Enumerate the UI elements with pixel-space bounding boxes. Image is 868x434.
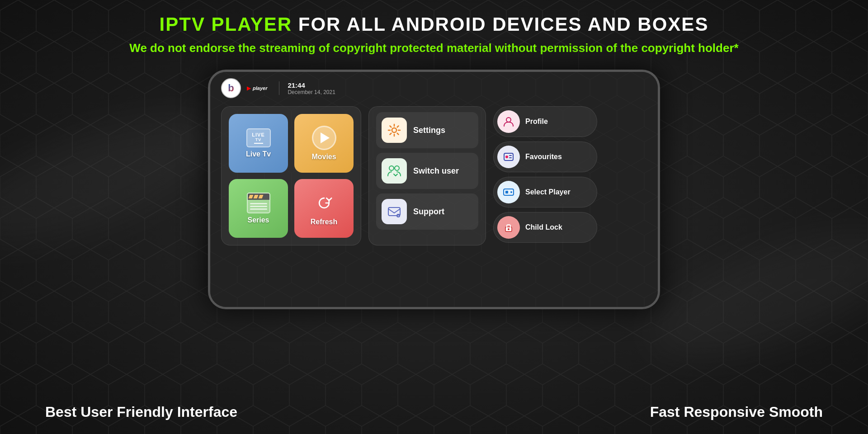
live-tv-tile[interactable]: LIVE TV Live Tv (229, 114, 288, 173)
tv-antenna (254, 143, 263, 144)
refresh-tile[interactable]: Refresh (294, 179, 354, 238)
settings-icon-wrap (382, 118, 407, 143)
profile-icon-wrap (497, 110, 520, 133)
player-logo: ▶ player (243, 84, 271, 92)
svg-point-15 (508, 228, 509, 230)
select-player-item[interactable]: Select Player (493, 177, 597, 208)
main-grid: LIVE TV Live Tv Movies (210, 106, 658, 253)
settings-menu-item[interactable]: Settings (376, 112, 478, 148)
date-display: December 14, 2021 (288, 89, 335, 95)
right-panel: Profile Favourites (493, 106, 597, 245)
svg-rect-12 (505, 191, 508, 193)
clapper-icon (247, 193, 270, 213)
svg-text:?: ? (397, 215, 399, 217)
menu-panel: Settings Swit (368, 106, 486, 245)
child-lock-label: Child Lock (525, 223, 562, 231)
divider (279, 81, 279, 95)
svg-rect-9 (509, 155, 512, 156)
svg-point-1 (389, 166, 394, 170)
svg-point-0 (392, 128, 396, 132)
apps-panel: LIVE TV Live Tv Movies (221, 106, 361, 245)
series-label: Series (247, 216, 269, 224)
svg-point-2 (395, 166, 399, 170)
child-lock-icon-wrap (497, 216, 520, 239)
child-lock-item[interactable]: Child Lock (493, 212, 597, 243)
device-screen: b ▶ player 21:44 December 14, 2021 (210, 72, 658, 307)
svg-rect-10 (509, 157, 512, 158)
refresh-icon (312, 191, 336, 215)
refresh-label: Refresh (311, 218, 338, 226)
switch-user-icon-wrap (382, 158, 407, 184)
support-icon-wrap: ? (382, 199, 407, 224)
select-player-label: Select Player (525, 188, 571, 196)
switch-user-menu-item[interactable]: Switch user (376, 153, 478, 189)
svg-point-6 (506, 118, 511, 122)
support-label: Support (413, 207, 444, 217)
app-logo: b (221, 78, 241, 98)
subtitle: We do not endorse the streaming of copyr… (129, 40, 738, 56)
support-menu-item[interactable]: ? Support (376, 193, 478, 230)
title-green-part: IPTV PLAYER (160, 14, 292, 35)
switch-user-label: Switch user (413, 166, 459, 176)
svg-point-8 (505, 156, 508, 158)
time-display: 21:44 (288, 81, 335, 89)
favourites-icon-wrap (497, 146, 520, 168)
settings-label: Settings (413, 126, 445, 135)
status-bar: b ▶ player 21:44 December 14, 2021 (210, 72, 658, 102)
movies-tile[interactable]: Movies (294, 114, 354, 173)
profile-item[interactable]: Profile (493, 106, 597, 137)
play-icon (312, 126, 336, 150)
device-mockup: b ▶ player 21:44 December 14, 2021 (208, 70, 660, 309)
favourites-item[interactable]: Favourites (493, 142, 597, 172)
time-block: 21:44 December 14, 2021 (288, 81, 335, 95)
main-title: IPTV PLAYER FOR ALL ANDROID DEVICES AND … (129, 14, 738, 35)
play-triangle (321, 132, 330, 143)
header: IPTV PLAYER FOR ALL ANDROID DEVICES AND … (129, 0, 738, 61)
favourites-label: Favourites (525, 153, 562, 161)
live-tv-label: Live Tv (246, 150, 271, 158)
svg-point-13 (510, 191, 512, 193)
series-tile[interactable]: Series (229, 179, 288, 238)
movies-label: Movies (311, 153, 336, 161)
select-player-icon-wrap (497, 181, 520, 203)
live-tv-icon: LIVE TV (246, 128, 271, 147)
profile-label: Profile (525, 118, 548, 126)
